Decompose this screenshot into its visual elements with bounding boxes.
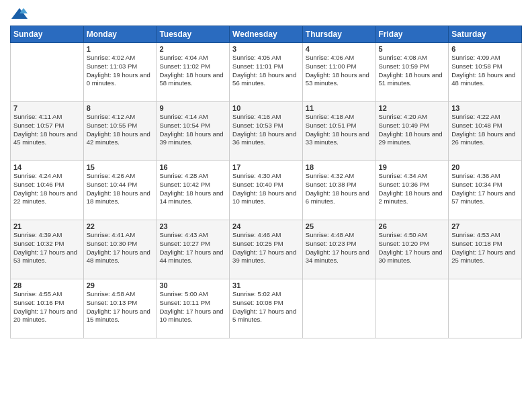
cell-info: Sunrise: 5:02 AMSunset: 10:08 PMDaylight… [232, 290, 300, 324]
day-number: 28 [13, 281, 81, 289]
calendar-cell-16: 16Sunrise: 4:28 AMSunset: 10:42 PMDaylig… [157, 161, 230, 220]
day-number: 13 [451, 104, 519, 112]
week-row-4: 21Sunrise: 4:39 AMSunset: 10:32 PMDaylig… [11, 220, 522, 279]
cell-info: Sunrise: 4:55 AMSunset: 10:16 PMDaylight… [13, 290, 81, 324]
cell-info: Sunrise: 4:14 AMSunset: 10:54 PMDaylight… [159, 113, 226, 147]
calendar-page: SundayMondayTuesdayWednesdayThursdayFrid… [0, 0, 532, 411]
calendar-cell-1: 1Sunrise: 4:02 AMSunset: 11:03 PMDayligh… [83, 43, 157, 102]
calendar-cell-19: 19Sunrise: 4:34 AMSunset: 10:36 PMDaylig… [375, 161, 449, 220]
calendar-cell-23: 23Sunrise: 4:43 AMSunset: 10:27 PMDaylig… [157, 220, 230, 279]
calendar-cell-24: 24Sunrise: 4:46 AMSunset: 10:25 PMDaylig… [230, 220, 303, 279]
empty-cell [11, 43, 84, 102]
day-number: 7 [13, 104, 81, 112]
cell-info: Sunrise: 4:43 AMSunset: 10:27 PMDaylight… [159, 231, 226, 265]
cell-info: Sunrise: 4:41 AMSunset: 10:30 PMDaylight… [87, 231, 154, 265]
day-number: 21 [13, 222, 81, 230]
cell-info: Sunrise: 4:58 AMSunset: 10:13 PMDaylight… [87, 290, 154, 324]
day-number: 17 [232, 163, 300, 171]
calendar-cell-3: 3Sunrise: 4:05 AMSunset: 11:01 PMDayligh… [230, 43, 303, 102]
cell-info: Sunrise: 4:32 AMSunset: 10:38 PMDaylight… [306, 172, 373, 206]
cell-info: Sunrise: 5:00 AMSunset: 10:11 PMDaylight… [159, 290, 226, 324]
day-number: 6 [451, 45, 519, 53]
header-sunday: Sunday [11, 26, 84, 43]
cell-info: Sunrise: 4:06 AMSunset: 11:00 PMDaylight… [306, 54, 373, 88]
cell-info: Sunrise: 4:50 AMSunset: 10:20 PMDaylight… [379, 231, 446, 265]
day-number: 26 [379, 222, 446, 230]
day-number: 11 [306, 104, 373, 112]
calendar-cell-7: 7Sunrise: 4:11 AMSunset: 10:57 PMDayligh… [11, 102, 84, 161]
day-number: 22 [87, 222, 154, 230]
cell-info: Sunrise: 4:24 AMSunset: 10:46 PMDaylight… [13, 172, 81, 206]
day-number: 2 [159, 45, 226, 53]
cell-info: Sunrise: 4:09 AMSunset: 10:58 PMDaylight… [451, 54, 519, 88]
calendar-cell-8: 8Sunrise: 4:12 AMSunset: 10:55 PMDayligh… [83, 102, 157, 161]
header-area [10, 7, 522, 21]
cell-info: Sunrise: 4:28 AMSunset: 10:42 PMDaylight… [159, 172, 226, 206]
cell-info: Sunrise: 4:16 AMSunset: 10:53 PMDaylight… [232, 113, 300, 147]
calendar-cell-18: 18Sunrise: 4:32 AMSunset: 10:38 PMDaylig… [302, 161, 375, 220]
calendar-cell-10: 10Sunrise: 4:16 AMSunset: 10:53 PMDaylig… [230, 102, 303, 161]
day-number: 5 [379, 45, 446, 53]
week-row-2: 7Sunrise: 4:11 AMSunset: 10:57 PMDayligh… [11, 102, 522, 161]
header-wednesday: Wednesday [230, 26, 303, 43]
day-number: 12 [379, 104, 446, 112]
week-row-5: 28Sunrise: 4:55 AMSunset: 10:16 PMDaylig… [11, 279, 522, 338]
empty-cell [375, 279, 449, 338]
logo [10, 7, 32, 21]
calendar-cell-20: 20Sunrise: 4:36 AMSunset: 10:34 PMDaylig… [449, 161, 522, 220]
day-number: 24 [232, 222, 300, 230]
calendar-cell-27: 27Sunrise: 4:53 AMSunset: 10:18 PMDaylig… [449, 220, 522, 279]
day-number: 23 [159, 222, 226, 230]
cell-info: Sunrise: 4:46 AMSunset: 10:25 PMDaylight… [232, 231, 300, 265]
calendar-cell-21: 21Sunrise: 4:39 AMSunset: 10:32 PMDaylig… [11, 220, 84, 279]
day-number: 29 [87, 281, 154, 289]
day-number: 20 [451, 163, 519, 171]
calendar-cell-12: 12Sunrise: 4:20 AMSunset: 10:49 PMDaylig… [375, 102, 449, 161]
day-number: 19 [379, 163, 446, 171]
header-monday: Monday [83, 26, 157, 43]
logo-icon [10, 7, 29, 21]
calendar-cell-4: 4Sunrise: 4:06 AMSunset: 11:00 PMDayligh… [302, 43, 375, 102]
cell-info: Sunrise: 4:04 AMSunset: 11:02 PMDaylight… [159, 54, 226, 88]
cell-info: Sunrise: 4:39 AMSunset: 10:32 PMDaylight… [13, 231, 81, 265]
calendar-cell-9: 9Sunrise: 4:14 AMSunset: 10:54 PMDayligh… [157, 102, 230, 161]
day-number: 9 [159, 104, 226, 112]
calendar-cell-30: 30Sunrise: 5:00 AMSunset: 10:11 PMDaylig… [157, 279, 230, 338]
calendar-cell-29: 29Sunrise: 4:58 AMSunset: 10:13 PMDaylig… [83, 279, 157, 338]
cell-info: Sunrise: 4:48 AMSunset: 10:23 PMDaylight… [306, 231, 373, 265]
calendar-cell-5: 5Sunrise: 4:08 AMSunset: 10:59 PMDayligh… [375, 43, 449, 102]
week-row-1: 1Sunrise: 4:02 AMSunset: 11:03 PMDayligh… [11, 43, 522, 102]
calendar-cell-11: 11Sunrise: 4:18 AMSunset: 10:51 PMDaylig… [302, 102, 375, 161]
calendar-table: SundayMondayTuesdayWednesdayThursdayFrid… [10, 26, 522, 338]
header-saturday: Saturday [449, 26, 522, 43]
cell-info: Sunrise: 4:30 AMSunset: 10:40 PMDaylight… [232, 172, 300, 206]
calendar-cell-6: 6Sunrise: 4:09 AMSunset: 10:58 PMDayligh… [449, 43, 522, 102]
day-number: 8 [87, 104, 154, 112]
day-number: 15 [87, 163, 154, 171]
day-number: 30 [159, 281, 226, 289]
calendar-cell-26: 26Sunrise: 4:50 AMSunset: 10:20 PMDaylig… [375, 220, 449, 279]
calendar-cell-17: 17Sunrise: 4:30 AMSunset: 10:40 PMDaylig… [230, 161, 303, 220]
day-number: 16 [159, 163, 226, 171]
day-number: 1 [87, 45, 154, 53]
header-thursday: Thursday [302, 26, 375, 43]
day-number: 4 [306, 45, 373, 53]
day-number: 10 [232, 104, 300, 112]
cell-info: Sunrise: 4:20 AMSunset: 10:49 PMDaylight… [379, 113, 446, 147]
cell-info: Sunrise: 4:22 AMSunset: 10:48 PMDaylight… [451, 113, 519, 147]
cell-info: Sunrise: 4:34 AMSunset: 10:36 PMDaylight… [379, 172, 446, 206]
day-number: 3 [232, 45, 300, 53]
calendar-cell-15: 15Sunrise: 4:26 AMSunset: 10:44 PMDaylig… [83, 161, 157, 220]
calendar-cell-22: 22Sunrise: 4:41 AMSunset: 10:30 PMDaylig… [83, 220, 157, 279]
header-friday: Friday [375, 26, 449, 43]
calendar-cell-28: 28Sunrise: 4:55 AMSunset: 10:16 PMDaylig… [11, 279, 84, 338]
empty-cell [449, 279, 522, 338]
day-number: 25 [306, 222, 373, 230]
day-number: 31 [232, 281, 300, 289]
cell-info: Sunrise: 4:12 AMSunset: 10:55 PMDaylight… [87, 113, 154, 147]
calendar-cell-14: 14Sunrise: 4:24 AMSunset: 10:46 PMDaylig… [11, 161, 84, 220]
calendar-cell-25: 25Sunrise: 4:48 AMSunset: 10:23 PMDaylig… [302, 220, 375, 279]
cell-info: Sunrise: 4:02 AMSunset: 11:03 PMDaylight… [87, 54, 154, 88]
header-tuesday: Tuesday [157, 26, 230, 43]
calendar-cell-13: 13Sunrise: 4:22 AMSunset: 10:48 PMDaylig… [449, 102, 522, 161]
